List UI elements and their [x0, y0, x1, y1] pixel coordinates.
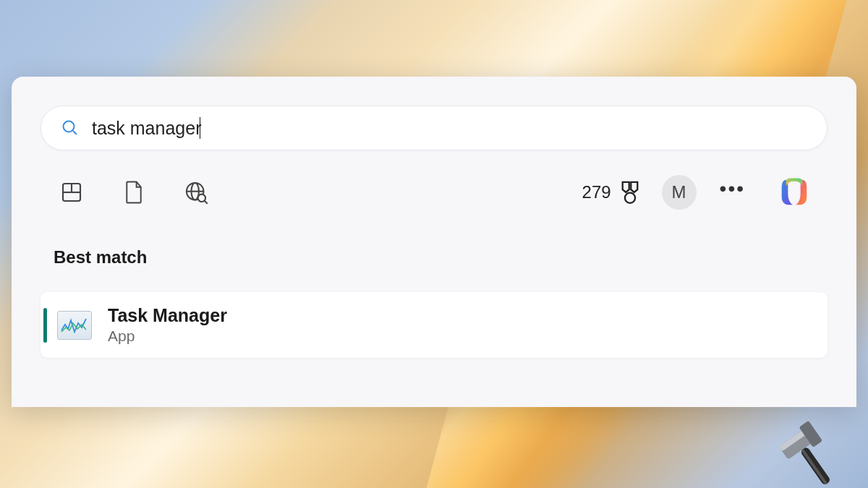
selection-indicator [43, 308, 47, 343]
web-search-icon [184, 180, 208, 205]
svg-rect-15 [801, 449, 828, 485]
svg-line-9 [205, 201, 208, 204]
svg-point-10 [625, 193, 635, 203]
document-icon [123, 180, 145, 205]
best-match-heading: Best match [54, 247, 827, 267]
ellipsis-icon: ••• [720, 177, 745, 200]
user-avatar[interactable]: M [662, 175, 697, 210]
rewards-button[interactable]: 279 [582, 179, 642, 205]
search-box[interactable]: task manager [41, 106, 827, 150]
svg-point-0 [64, 121, 75, 132]
filter-web-button[interactable] [178, 174, 214, 210]
filter-apps-button[interactable] [54, 174, 90, 210]
result-title: Task Manager [108, 305, 227, 326]
more-options-button[interactable]: ••• [720, 179, 745, 206]
copilot-button[interactable] [774, 172, 814, 213]
apps-grid-icon [60, 181, 83, 204]
filter-documents-button[interactable] [116, 174, 152, 210]
search-icon [61, 119, 79, 137]
result-subtitle: App [108, 328, 227, 345]
copilot-icon [775, 174, 813, 211]
search-panel: task manager [12, 77, 856, 407]
medal-icon [618, 179, 642, 205]
svg-line-1 [73, 131, 77, 134]
avatar-initial: M [672, 182, 686, 202]
svg-point-8 [198, 194, 205, 202]
result-task-manager[interactable]: Task Manager App [41, 292, 827, 358]
rewards-count: 279 [582, 182, 611, 202]
hammer-watermark-icon [765, 398, 866, 488]
filter-toolbar: 279 M ••• [41, 172, 827, 213]
task-manager-icon [57, 311, 92, 340]
search-query-text: task manager [92, 118, 201, 139]
